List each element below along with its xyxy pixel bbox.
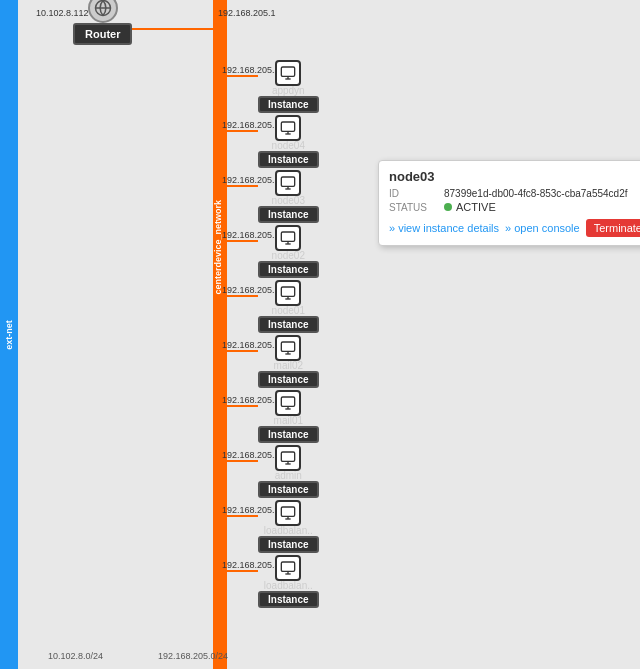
router-icon — [88, 0, 118, 23]
instance-icon-node01 — [275, 280, 301, 306]
instance-box-loadbalan..[interactable]: Instance — [258, 536, 319, 553]
instance-box-node01[interactable]: Instance — [258, 316, 319, 333]
ext-net-label: ext-net — [4, 320, 14, 350]
popup-title: node03 — [389, 169, 640, 184]
router-ip-right: 192.168.205.1 — [218, 8, 276, 18]
instance-name-mail01: mail01 — [274, 415, 303, 426]
svg-rect-20 — [282, 397, 295, 406]
bottom-ip-left: 10.102.8.0/24 — [48, 651, 103, 661]
popup-id-row: ID 87399e1d-db00-4fc8-853c-cba7a554cd2f — [389, 188, 640, 199]
instance-name-admin: admin — [275, 470, 302, 481]
ext-net-bar: ext-net — [0, 0, 18, 669]
backbone-label: centerdevice_network — [213, 200, 227, 295]
router-ip-left: 10.102.8.112 — [36, 8, 89, 18]
instance-node-mail01[interactable]: mail01 Instance — [258, 390, 319, 443]
instance-name-node01: node01 — [272, 305, 305, 316]
svg-rect-26 — [282, 507, 295, 516]
open-console-link[interactable]: » open console — [505, 222, 580, 234]
instance-icon-mail01 — [275, 390, 301, 416]
instance-node-node01[interactable]: node01 Instance — [258, 280, 319, 333]
instance-box-node04[interactable]: Instance — [258, 151, 319, 168]
instance-name-mail02: mail02 — [274, 360, 303, 371]
instance-name-appdyn: appdyn — [272, 85, 305, 96]
instance-icon-node02 — [275, 225, 301, 251]
popup-status-row: STATUS ACTIVE — [389, 201, 640, 213]
instance-box-mail01[interactable]: Instance — [258, 426, 319, 443]
instance-node-loadbalan..[interactable]: loadbalan.. Instance — [258, 555, 319, 608]
popup-actions: » view instance details » open console T… — [389, 219, 640, 237]
instance-node-node03[interactable]: node03 Instance — [258, 170, 319, 223]
instance-box-mail02[interactable]: Instance — [258, 371, 319, 388]
instance-icon-loadbalan.. — [275, 500, 301, 526]
popup-status-value: ACTIVE — [456, 201, 496, 213]
svg-rect-2 — [282, 67, 295, 76]
svg-rect-23 — [282, 452, 295, 461]
instance-name-loadbalan..: loadbalan.. — [264, 580, 313, 591]
router-box[interactable]: Router — [73, 23, 132, 45]
popup-status-label: STATUS — [389, 202, 444, 213]
instance-node-node04[interactable]: node04 Instance — [258, 115, 319, 168]
svg-rect-17 — [282, 342, 295, 351]
status-active-dot — [444, 203, 452, 211]
view-instance-details-link[interactable]: » view instance details — [389, 222, 499, 234]
instance-icon-loadbalan.. — [275, 555, 301, 581]
instance-node-node02[interactable]: node02 Instance — [258, 225, 319, 278]
svg-rect-8 — [282, 177, 295, 186]
instance-box-node02[interactable]: Instance — [258, 261, 319, 278]
instance-box-node03[interactable]: Instance — [258, 206, 319, 223]
instance-name-loadbalan..: loadbalan.. — [264, 525, 313, 536]
instance-icon-node03 — [275, 170, 301, 196]
svg-rect-14 — [282, 287, 295, 296]
instance-box-loadbalan..[interactable]: Instance — [258, 591, 319, 608]
instance-name-node03: node03 — [272, 195, 305, 206]
svg-rect-29 — [282, 562, 295, 571]
canvas: centerdevice_network Router 10.102.8.112… — [18, 0, 640, 669]
popup-id-value: 87399e1d-db00-4fc8-853c-cba7a554cd2f — [444, 188, 627, 199]
instance-node-loadbalan..[interactable]: loadbalan.. Instance — [258, 500, 319, 553]
instance-box-admin[interactable]: Instance — [258, 481, 319, 498]
instance-node-admin[interactable]: admin Instance — [258, 445, 319, 498]
terminate-instance-button[interactable]: Terminate Instance — [586, 219, 640, 237]
svg-rect-5 — [282, 122, 295, 131]
instance-icon-admin — [275, 445, 301, 471]
instance-name-node04: node04 — [272, 140, 305, 151]
svg-rect-11 — [282, 232, 295, 241]
instance-name-node02: node02 — [272, 250, 305, 261]
instance-box-appdyn[interactable]: Instance — [258, 96, 319, 113]
instance-node-appdyn[interactable]: appdyn Instance — [258, 60, 319, 113]
node03-popup: node03 × ID 87399e1d-db00-4fc8-853c-cba7… — [378, 160, 640, 246]
popup-id-label: ID — [389, 188, 444, 199]
instance-icon-node04 — [275, 115, 301, 141]
instance-node-mail02[interactable]: mail02 Instance — [258, 335, 319, 388]
instance-icon-mail02 — [275, 335, 301, 361]
instance-icon-appdyn — [275, 60, 301, 86]
bottom-ip-right: 192.168.205.0/24 — [158, 651, 228, 661]
